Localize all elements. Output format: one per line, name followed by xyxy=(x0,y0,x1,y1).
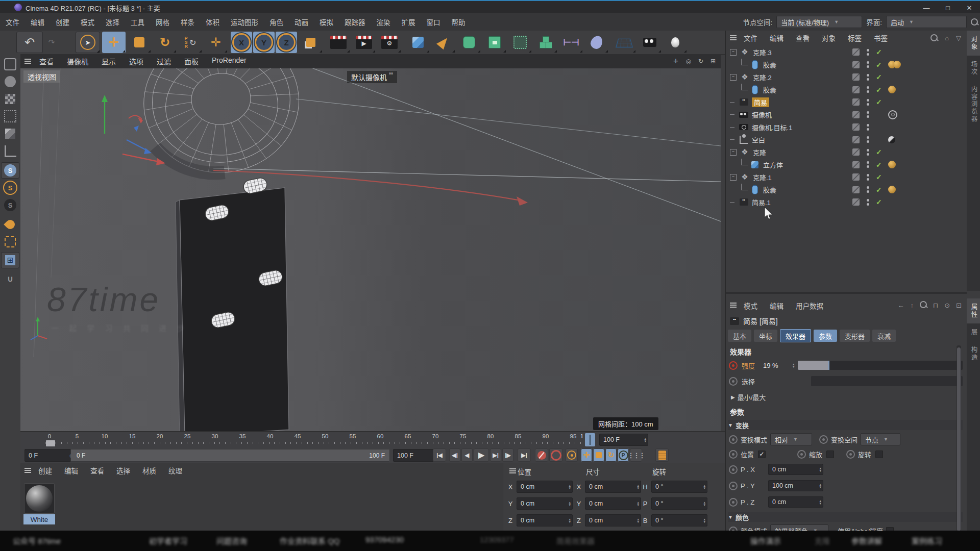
viewport-menu-item[interactable]: 面板 xyxy=(179,56,204,66)
transform-space-dropdown[interactable]: 节点▼ xyxy=(861,433,900,445)
panel-icon[interactable]: ⊡ xyxy=(956,302,962,309)
coord-field[interactable]: 0 °▴▾ xyxy=(651,497,707,510)
object-row[interactable]: 摄像机 xyxy=(726,109,966,121)
spline-pen-icon[interactable] xyxy=(432,32,455,53)
object-row[interactable]: 立方体✓ xyxy=(726,159,966,171)
attribute-manager-menu-item[interactable]: 编辑 xyxy=(766,300,788,311)
object-row[interactable]: −❖克隆✓ xyxy=(726,146,966,159)
strength-value[interactable]: 19 % xyxy=(763,362,793,369)
visibility-dots-icon[interactable] xyxy=(867,74,869,81)
object-manager-menu-item[interactable]: 文件 xyxy=(740,33,762,43)
enabled-check-icon[interactable]: ✓ xyxy=(876,198,882,206)
expand-icon[interactable]: − xyxy=(730,174,737,181)
play-icon[interactable]: ▶ xyxy=(474,448,489,462)
viewport-menu-item[interactable]: 选项 xyxy=(124,56,149,66)
spinner-icon[interactable]: ▴▾ xyxy=(793,363,795,368)
expand-icon[interactable]: − xyxy=(730,49,737,56)
render-settings-icon[interactable]: ⚙ xyxy=(378,32,401,53)
object-manager-menu-item[interactable]: 查看 xyxy=(792,33,814,43)
attribute-manager-menu-item[interactable]: 用户数据 xyxy=(792,300,827,311)
layer-box-icon[interactable] xyxy=(852,136,860,143)
object-row[interactable]: −❖克隆.2✓ xyxy=(726,71,966,84)
layout-toggle-icon[interactable]: ⊞ xyxy=(710,58,716,65)
menubar-item[interactable]: 扩展 xyxy=(396,17,421,27)
object-mode-icon[interactable] xyxy=(1,126,19,142)
panel-divider[interactable] xyxy=(726,292,967,294)
camera-label[interactable]: 默认摄像机 °° xyxy=(347,71,397,83)
subdivision-surface-icon[interactable] xyxy=(457,32,481,53)
param-dot-icon[interactable] xyxy=(729,450,738,459)
layer-box-icon[interactable] xyxy=(852,73,860,81)
object-row[interactable]: 空白 xyxy=(726,134,966,146)
menubar-item[interactable]: 跟踪器 xyxy=(339,17,371,27)
rotate-icon[interactable]: ↻ xyxy=(153,32,177,53)
home-icon[interactable]: ⌂ xyxy=(945,34,949,42)
interface-dropdown[interactable]: 启动▼ xyxy=(886,16,967,28)
snap-dotted-icon[interactable] xyxy=(1,234,19,250)
enabled-check-icon[interactable]: ✓ xyxy=(876,148,882,156)
layer-box-icon[interactable] xyxy=(852,186,860,193)
coord-field[interactable]: 0 cm▴▾ xyxy=(585,481,641,493)
preview-range-slider[interactable]: 0 F 100 F xyxy=(70,449,390,462)
object-row[interactable]: 摄像机.目标.1 xyxy=(726,121,966,134)
generator-icon[interactable] xyxy=(483,32,506,53)
jump-start-icon[interactable]: |◀ xyxy=(433,448,446,462)
object-name[interactable]: 克隆.2 xyxy=(753,72,772,82)
viewport-solo-icon[interactable]: S xyxy=(1,162,19,179)
hamburger-icon[interactable] xyxy=(730,303,737,308)
model-mode-icon[interactable] xyxy=(1,73,19,90)
viewport-menu-item[interactable]: 查看 xyxy=(34,56,59,66)
attribute-manager-menu-item[interactable]: 模式 xyxy=(740,300,762,311)
px-field[interactable]: 0 cm ▴▾ xyxy=(768,464,823,475)
volume-blob-icon[interactable] xyxy=(585,32,608,53)
side-tab-对象[interactable]: 对象 xyxy=(967,31,980,56)
param-dot-icon[interactable] xyxy=(729,482,738,490)
up-arrow-icon[interactable]: ↑ xyxy=(911,302,914,309)
key-pla-icon[interactable]: ⋮⋮⋮ xyxy=(630,448,642,462)
object-name[interactable]: 克隆.1 xyxy=(753,172,772,182)
menubar-item[interactable]: 样条 xyxy=(175,17,200,27)
visibility-dots-icon[interactable] xyxy=(867,86,869,93)
object-row[interactable]: 胶囊✓ xyxy=(726,59,966,71)
scale-icon[interactable] xyxy=(128,32,151,53)
param-dot-icon[interactable] xyxy=(846,450,855,459)
filter-icon[interactable]: ▽ xyxy=(956,34,961,42)
object-name[interactable]: 摄像机 xyxy=(752,110,772,119)
undo-icon[interactable]: ↶ xyxy=(16,32,43,53)
visibility-dots-icon[interactable] xyxy=(867,124,869,131)
keyframe-icon[interactable] xyxy=(566,448,578,462)
attribute-tab-效果器[interactable]: 效果器 xyxy=(780,329,811,342)
enabled-check-icon[interactable]: ✓ xyxy=(876,173,882,181)
last-tool-psr-icon[interactable]: PSR↻ xyxy=(179,32,202,53)
scale-checkbox[interactable] xyxy=(826,450,834,458)
menubar-item[interactable]: 体积 xyxy=(200,17,225,27)
object-row[interactable]: 胶囊✓ xyxy=(726,84,966,96)
search-icon[interactable] xyxy=(930,34,938,41)
minimize-button[interactable]: — xyxy=(916,2,937,14)
display-tag-icon[interactable] xyxy=(888,136,895,143)
enabled-check-icon[interactable]: ✓ xyxy=(876,98,882,106)
node-space-dropdown[interactable]: 当前 (标准/物理)▼ xyxy=(776,16,862,28)
layer-box-icon[interactable] xyxy=(852,61,860,68)
lock-icon[interactable]: ⊓ xyxy=(933,302,938,309)
phong-tag-icon[interactable] xyxy=(893,61,901,68)
range-end-marker[interactable] xyxy=(585,433,595,446)
rotation-checkbox[interactable] xyxy=(875,450,883,458)
solo-off-icon[interactable]: S xyxy=(1,197,19,213)
phong-tag-icon[interactable] xyxy=(888,161,896,168)
project-settings-icon[interactable] xyxy=(655,448,669,462)
transform-mode-dropdown[interactable]: 相对▼ xyxy=(770,433,812,445)
viewport-canvas[interactable]: 透视视图 默认摄像机 °° 87time 一 起 学 习 共 同 进 步 网格间… xyxy=(20,68,721,431)
param-dot-icon[interactable] xyxy=(729,377,738,386)
strength-slider[interactable] xyxy=(798,361,963,370)
axis-modify-icon[interactable]: ✛ xyxy=(204,32,228,53)
side-tab-场次[interactable]: 场次 xyxy=(967,56,980,81)
menubar-item[interactable]: 选择 xyxy=(100,17,125,27)
object-row[interactable]: −❖克隆.3✓ xyxy=(726,46,966,59)
selection-field[interactable] xyxy=(811,376,963,386)
object-name[interactable]: 胶囊 xyxy=(763,60,776,69)
redo-icon[interactable]: ↷ xyxy=(45,32,58,53)
floor-sky-icon[interactable] xyxy=(612,32,636,53)
material-name[interactable]: White xyxy=(23,514,55,524)
transform-fold[interactable]: ▼ 变换 xyxy=(728,420,963,430)
